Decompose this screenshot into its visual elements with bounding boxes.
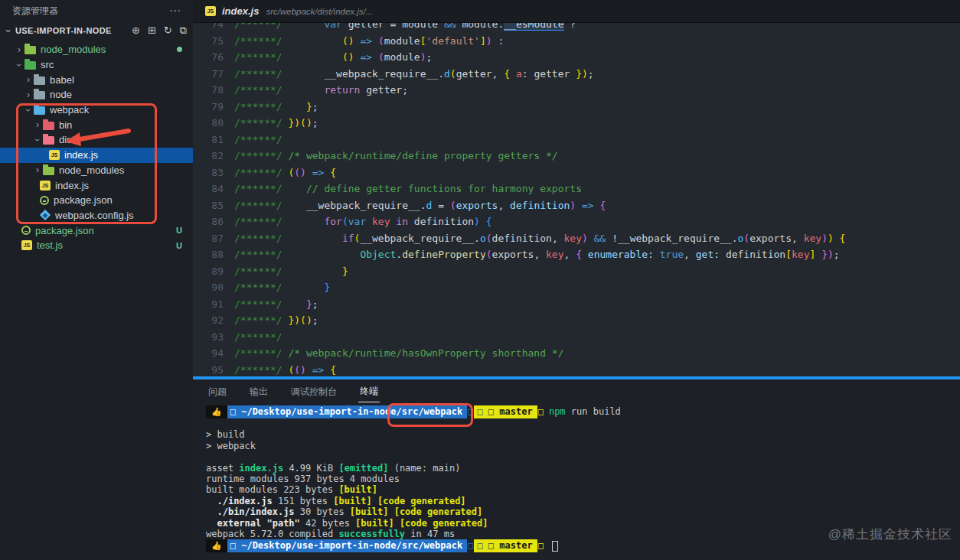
- line-number: 77: [193, 66, 224, 83]
- code-token: ,: [684, 249, 696, 260]
- new-file-icon[interactable]: ⊕: [132, 24, 140, 37]
- code-token: __webpack_require__.: [360, 233, 480, 244]
- panel-tab-问题[interactable]: 问题: [207, 380, 228, 402]
- code-token: [288, 249, 360, 260]
- code-token: =>: [360, 35, 372, 47]
- new-folder-icon[interactable]: ⊞: [148, 24, 156, 37]
- panel-tab-输出[interactable]: 输出: [248, 380, 269, 402]
- tree-item-label: webpack: [50, 104, 89, 116]
- terminal-text: [built]: [333, 496, 372, 506]
- line-number: 90: [193, 279, 224, 296]
- tree-item-label: src: [41, 59, 54, 70]
- tree-item-index.js[interactable]: JSindex.js: [0, 148, 193, 163]
- code-token: ,: [534, 249, 546, 260]
- tree-item-src[interactable]: ›src: [0, 57, 193, 73]
- tree-item-babel[interactable]: ›babel: [0, 72, 193, 87]
- code-line-81: 81/******/: [193, 132, 960, 148]
- tree-item-test.js[interactable]: JStest.jsU: [0, 238, 193, 253]
- code-text: /******/ (() => {: [234, 362, 336, 377]
- tree-item-package.json[interactable]: package.json: [0, 193, 193, 208]
- chevron-right-icon[interactable]: ›: [23, 74, 34, 85]
- code-token: (): [294, 364, 306, 376]
- chevron-down-icon[interactable]: ›: [23, 105, 34, 116]
- code-token: /* webpack/runtime/hasOwnProperty shorth…: [288, 347, 563, 359]
- chevron-down-icon[interactable]: ›: [32, 135, 43, 145]
- chevron-right-icon[interactable]: ›: [14, 44, 24, 55]
- panel-tab-终端[interactable]: 终端: [358, 379, 380, 402]
- code-token: :: [713, 249, 726, 260]
- tree-item-index.js[interactable]: JSindex.js: [0, 177, 193, 193]
- code-text: /******/: [234, 329, 282, 346]
- terminal-text: [built]: [338, 484, 377, 495]
- code-token: exports: [456, 200, 498, 211]
- js-icon: JS: [49, 150, 60, 160]
- tree-item-webpack[interactable]: ›webpack: [0, 103, 193, 118]
- code-token: }: [306, 298, 312, 310]
- folder-dist-icon: [43, 136, 54, 145]
- code-line-95: 95/******/ (() => {: [193, 362, 960, 377]
- tree-item-bin[interactable]: ›bin: [0, 117, 193, 132]
- code-token: var: [324, 23, 341, 30]
- tree-item-label: webpack.config.js: [55, 210, 134, 221]
- tree-item-node_modules[interactable]: ›node_modules: [0, 163, 193, 178]
- code-token: d: [444, 68, 450, 80]
- sidebar-title: 资源管理器: [12, 5, 58, 18]
- code-token: o: [480, 233, 486, 244]
- chevron-right-icon[interactable]: ›: [32, 164, 43, 175]
- collapse-all-icon[interactable]: ⧉: [180, 24, 187, 37]
- code-token: ;: [834, 249, 840, 260]
- chevron-right-icon[interactable]: ›: [23, 90, 34, 100]
- code-line-84: 84/******/ // define getter functions fo…: [193, 181, 960, 197]
- powerline-separator-icon: □: [468, 539, 473, 552]
- git-untracked-badge: U: [176, 241, 182, 250]
- git-untracked-badge: U: [176, 226, 182, 235]
- code-token: // define getter functions for harmony e…: [306, 183, 582, 194]
- terminal-output-line: ./index.js 151 bytes [built] [code gener…: [206, 496, 960, 506]
- code-token: Object: [360, 249, 396, 260]
- line-number: 88: [193, 246, 224, 263]
- chevron-down-icon[interactable]: ›: [14, 60, 24, 70]
- project-header[interactable]: › USE-IMPORT-IN-NODE ⊕⊞↻⧉: [0, 21, 193, 40]
- code-token: (: [486, 233, 492, 244]
- terminal-text: > webpack: [206, 441, 256, 451]
- branch-name: master: [499, 540, 532, 551]
- tree-item-package.json[interactable]: package.jsonU: [0, 223, 193, 238]
- project-name: USE-IMPORT-IN-NODE: [15, 26, 112, 35]
- terminal-text: [206, 506, 217, 517]
- code-token: [288, 265, 341, 277]
- terminal-text: in 47 ms: [405, 529, 455, 539]
- code-text: /******/ }: [234, 279, 330, 296]
- code-token: if: [342, 233, 354, 244]
- code-token: ,: [498, 200, 510, 211]
- tree-item-label: package.json: [35, 225, 94, 236]
- terminal-text: > build: [206, 429, 245, 440]
- thumbs-up-emoji: 👍: [206, 539, 227, 552]
- terminal-text: [code generated]: [377, 496, 466, 506]
- tree-item-node_modules[interactable]: ›node_modules: [0, 42, 193, 57]
- powerline-separator-icon: □: [468, 405, 473, 418]
- chevron-right-icon[interactable]: ›: [32, 119, 43, 130]
- code-editor[interactable]: 74/******/ var getter = module && module…: [193, 23, 960, 376]
- code-line-93: 93/******/: [193, 329, 960, 346]
- code-token: [588, 233, 594, 244]
- editor-titlebar[interactable]: JS index.js src/webpack/dist/index.js/..…: [193, 0, 960, 23]
- code-token: /******/: [234, 249, 288, 260]
- refresh-icon[interactable]: ↻: [164, 24, 172, 37]
- code-token: (): [294, 167, 306, 178]
- tree-item-dist[interactable]: ›dist: [0, 132, 193, 148]
- panel-tab-调试控制台[interactable]: 调试控制台: [289, 380, 338, 402]
- tree-item-label: node_modules: [41, 44, 106, 55]
- code-token: /******/: [234, 331, 282, 343]
- tree-item-node[interactable]: ›node: [0, 87, 193, 103]
- code-token: /******/: [234, 347, 288, 359]
- tree-item-label: package.json: [54, 194, 113, 206]
- code-token: {: [330, 167, 336, 178]
- terminal-text: ./index.js: [217, 496, 272, 506]
- more-actions-icon[interactable]: ⋯: [169, 4, 181, 18]
- tree-item-webpack.config.js[interactable]: webpack.config.js: [0, 208, 193, 223]
- code-text: /******/ /* webpack/runtime/hasOwnProper…: [234, 345, 563, 362]
- code-line-94: 94/******/ /* webpack/runtime/hasOwnProp…: [193, 345, 960, 362]
- thumbs-up-emoji: 👍: [206, 405, 227, 418]
- code-token: /******/: [234, 216, 288, 227]
- code-token: =>: [312, 364, 325, 376]
